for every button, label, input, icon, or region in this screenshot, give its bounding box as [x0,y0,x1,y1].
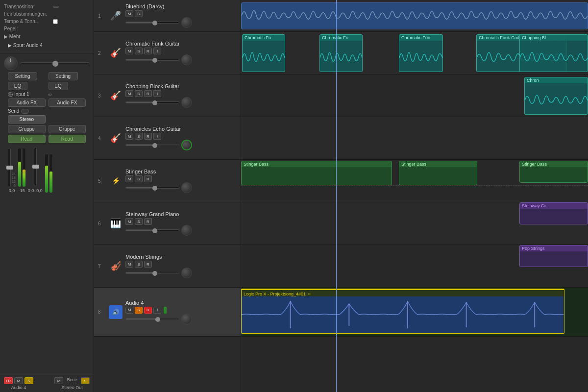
track3-s[interactable]: S [135,90,143,97]
right-meters [45,154,53,193]
track7-m[interactable]: M [125,261,133,268]
track-slider-thumb-2[interactable] [152,58,157,63]
eq-button-right[interactable]: EQ [49,82,68,90]
track-slider-thumb-3[interactable] [152,100,157,105]
track-slider-4[interactable] [125,144,179,146]
m-button-bottom[interactable]: M [14,377,23,384]
gruppe-button-left[interactable]: Gruppe [8,125,46,133]
track-slider-6[interactable] [125,229,179,231]
tempo-checkbox[interactable] [53,19,58,24]
spur-row[interactable]: ▶ Spur: Audio 4 [4,41,90,50]
track2-i[interactable]: I [153,48,161,54]
track5-m[interactable]: M [125,175,133,182]
gruppe-button-right[interactable]: Gruppe [49,125,86,133]
track4-r[interactable]: R [144,133,152,140]
clip-bluebird[interactable] [241,2,588,29]
main-slider-thumb[interactable] [52,61,58,67]
track1-s[interactable]: S [135,10,143,17]
track-slider-7[interactable] [125,272,179,274]
eq-button-left[interactable]: EQ [8,82,27,90]
track8-s[interactable]: S [135,307,143,314]
track-slider-3[interactable] [125,101,179,103]
track-number-8: 8 [98,309,106,315]
audio-fx-button-right[interactable]: Audio FX [49,98,86,107]
track-header-4: 4 🎸 Chronicles Echo Guitar M S R I [94,117,241,160]
track-slider-thumb-5[interactable] [152,186,157,191]
track-number-7: 7 [98,264,106,269]
track8-r[interactable]: R [144,307,152,314]
clip-chromatic-2[interactable]: Chromatic Fu [319,34,363,72]
track4-s[interactable]: S [135,133,143,140]
tempo-row: Tempo & Tonh.. [4,18,90,25]
meters [18,148,26,187]
track7-r[interactable]: R [144,261,152,268]
clip-stinger-1[interactable]: Stinger Bass [241,161,392,185]
track-knob-3[interactable] [181,97,192,108]
track-lane-8: Logic Pro X - Projektsong_4#01 ○ [241,288,588,337]
clip-stinger-2[interactable]: Stinger Bass [399,161,477,185]
main-knob[interactable] [4,56,18,70]
m-button-right[interactable]: M [54,377,63,384]
track8-m[interactable]: M [125,307,133,314]
track-slider-thumb-1[interactable] [152,21,157,25]
track-slider-1[interactable] [125,22,179,24]
fader-handle-2[interactable] [32,165,39,169]
track2-s[interactable]: S [135,48,143,54]
track5-s[interactable]: S [135,175,143,182]
audio-fx-button-left[interactable]: Audio FX [8,98,46,107]
track-knob-4[interactable] [181,140,192,150]
ir-button[interactable]: I R [4,377,13,384]
track-slider-8[interactable] [125,318,179,320]
track5-r[interactable]: R [144,175,152,182]
track6-s[interactable]: S [135,218,143,225]
track2-r[interactable]: R [144,48,152,54]
track3-m[interactable]: M [125,90,133,97]
stinger-dashes [241,185,588,201]
fader-track-2[interactable] [34,147,37,186]
track-knob-7[interactable] [181,268,192,278]
clip-chromatic-3[interactable]: Chromatic Fun [399,34,443,72]
send-label[interactable]: Send [8,108,19,114]
main-slider[interactable] [21,62,90,64]
track3-r[interactable]: R [144,90,152,97]
clip-chromatic-4-header: Chromatic Funk Guitar.3 🔗🔗 [477,35,566,41]
track4-m[interactable]: M [125,133,133,140]
track-knob-8[interactable] [181,314,192,324]
track-slider-thumb-8[interactable] [155,317,160,322]
read-button-left[interactable]: Read [8,135,46,143]
track-slider-thumb-6[interactable] [152,228,157,233]
track-knob-2[interactable] [181,54,192,65]
track2-m[interactable]: M [125,48,133,54]
track-knob-1[interactable] [181,17,192,28]
fader-track-1[interactable] [8,148,11,187]
track-slider-thumb-4[interactable] [152,143,157,148]
s-button-bottom[interactable]: S [24,377,33,384]
track-knob-6[interactable] [181,225,192,236]
track4-i[interactable]: I [153,133,161,140]
track1-m[interactable]: M [125,10,133,17]
send-toggle[interactable] [21,109,29,114]
track-knob-5[interactable] [181,182,192,193]
track-slider-5[interactable] [125,187,179,189]
track-slider-2[interactable] [125,59,179,61]
meter-fill-r1 [45,166,48,193]
track3-i[interactable]: I [153,90,161,97]
clip-chromatic-1[interactable]: Chromatic Fu [242,34,285,72]
clip-chromatic-4[interactable]: Chromatic Funk Guitar.3 🔗🔗 [476,34,567,72]
track8-i[interactable]: I [153,307,161,314]
track7-s[interactable]: S [135,261,143,268]
clip-audio4[interactable]: Logic Pro X - Projektsong_4#01 ○ [241,289,564,334]
setting-button-right[interactable]: Setting [49,72,78,80]
stereo-button[interactable]: Stereo [8,115,46,123]
mehr-row[interactable]: ▶ Mehr [4,32,90,41]
clip-chromatic-3-header: Chromatic Fun [399,35,442,41]
read-button-right[interactable]: Read [49,135,86,143]
track-slider-thumb-7[interactable] [152,271,157,276]
track6-m[interactable]: M [125,218,133,225]
track6-r[interactable]: R [144,218,152,225]
s-button-right[interactable]: S [81,377,90,384]
transposition-dropdown[interactable] [53,6,59,8]
input-label[interactable]: Input 1 [14,92,29,97]
setting-button-left[interactable]: Setting [8,72,37,80]
fader-handle-1[interactable] [6,166,13,170]
